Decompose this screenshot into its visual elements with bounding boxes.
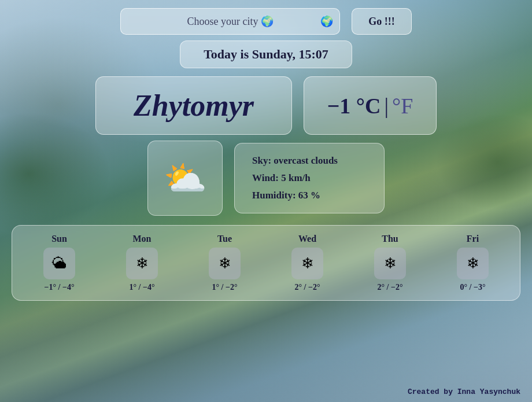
city-temp-row: Zhytomyr −1 °C | °F — [12, 76, 520, 135]
city-input-wrap: 🌍 — [120, 8, 340, 35]
weather-info-box: Sky: overcast clouds Wind: 5 km/h Humidi… — [234, 143, 385, 213]
forecast-temp-range: 1° / −4° — [129, 283, 154, 292]
date-text: Today is Sunday, 15:07 — [204, 47, 328, 61]
forecast-weather-icon: ❄ — [374, 248, 406, 279]
humidity-info: Humidity: 63 % — [252, 190, 367, 201]
forecast-temp-range: 0° / −3° — [460, 283, 485, 292]
forecast-weather-icon: ❄ — [457, 248, 489, 279]
forecast-row: Sun🌥−1° / −4°Mon❄1° / −4°Tue❄1° / −2°Wed… — [12, 225, 520, 301]
forecast-weather-icon: 🌥 — [43, 248, 75, 279]
forecast-day-label: Tue — [217, 234, 232, 244]
weather-condition-icon: ⛅ — [164, 158, 207, 199]
temperature-box: −1 °C | °F — [304, 76, 437, 135]
forecast-temp-range: 2° / −2° — [377, 283, 402, 292]
forecast-day-label: Thu — [382, 234, 398, 244]
weather-detail-row: ⛅ Sky: overcast clouds Wind: 5 km/h Humi… — [147, 141, 385, 216]
date-row: Today is Sunday, 15:07 — [180, 40, 352, 68]
forecast-day-sun: Sun🌥−1° / −4° — [43, 234, 75, 292]
sky-info: Sky: overcast clouds — [252, 155, 367, 167]
date-display: Today is Sunday, 15:07 — [180, 40, 352, 68]
go-button[interactable]: Go !!! — [352, 8, 411, 35]
temp-fahrenheit[interactable]: °F — [392, 93, 413, 119]
forecast-day-label: Fri — [467, 234, 479, 244]
wind-info: Wind: 5 km/h — [252, 172, 367, 184]
temp-celsius: −1 °C — [327, 93, 381, 119]
forecast-temp-range: −1° / −4° — [44, 283, 74, 292]
forecast-day-fri: Fri❄0° / −3° — [457, 234, 489, 292]
city-name: Zhytomyr — [134, 88, 254, 123]
forecast-day-thu: Thu❄2° / −2° — [374, 234, 406, 292]
forecast-day-label: Mon — [133, 234, 152, 244]
forecast-weather-icon: ❄ — [291, 248, 323, 279]
forecast-day-mon: Mon❄1° / −4° — [126, 234, 158, 292]
forecast-day-label: Sun — [51, 234, 67, 244]
forecast-day-tue: Tue❄1° / −2° — [209, 234, 241, 292]
weather-icon-box: ⛅ — [147, 141, 223, 216]
forecast-day-wed: Wed❄2° / −2° — [291, 234, 323, 292]
temp-separator: | — [384, 93, 389, 119]
forecast-weather-icon: ❄ — [126, 248, 158, 279]
forecast-temp-range: 2° / −2° — [294, 283, 320, 292]
forecast-weather-icon: ❄ — [209, 248, 241, 279]
city-name-box: Zhytomyr — [95, 76, 292, 135]
forecast-temp-range: 1° / −2° — [212, 283, 237, 292]
top-row: 🌍 Go !!! — [12, 8, 520, 35]
forecast-day-label: Wed — [298, 234, 316, 244]
city-search-input[interactable] — [120, 8, 340, 35]
